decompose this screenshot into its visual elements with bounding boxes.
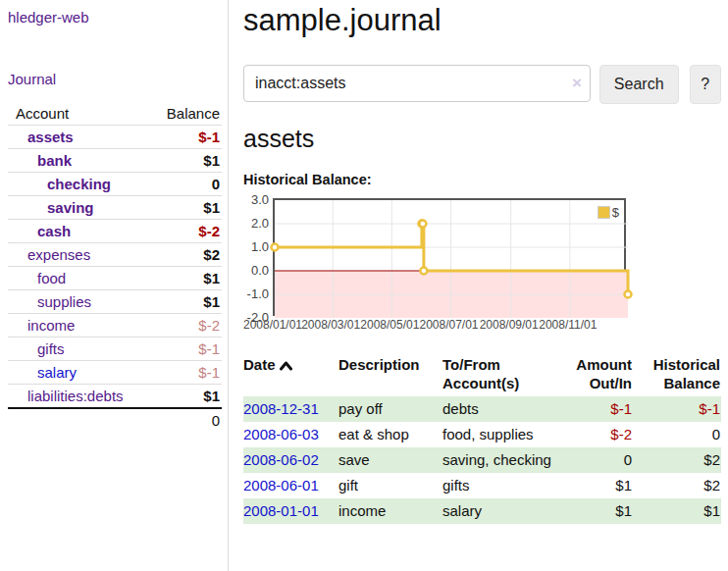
account-link[interactable]: income [27, 317, 75, 334]
sort-ascending-icon [280, 356, 292, 375]
account-row: assets$-1 [8, 126, 222, 149]
transaction-description: pay off [338, 396, 442, 422]
account-balance: 0 [147, 173, 222, 196]
account-link[interactable]: assets [27, 129, 74, 145]
account-row: bank$1 [8, 149, 222, 173]
account-balance: $1 [147, 385, 222, 409]
x-tick-label: 2008/09/01 [480, 318, 539, 332]
account-row: gifts$-1 [8, 337, 222, 361]
transaction-amount: 0 [557, 447, 633, 473]
accounts-header-balance: Balance [147, 102, 222, 126]
search-input[interactable] [243, 65, 591, 102]
transaction-amount: $-2 [557, 422, 633, 447]
register-header-row: Date Description To/From Account(s) Amou… [243, 353, 721, 396]
x-tick-label: 2008/11/01 [539, 318, 597, 332]
legend-label: $ [612, 205, 619, 220]
transaction-row[interactable]: 2008-12-31pay offdebts$-1$-1 [243, 396, 721, 422]
transaction-accounts: debts [442, 396, 557, 422]
page-title: sample.journal [243, 3, 721, 38]
y-tick-label: 1.0 [243, 240, 269, 254]
transaction-amount: $-1 [557, 396, 633, 422]
chart-legend: $ [596, 204, 621, 221]
account-row: cash$-2 [8, 220, 222, 243]
transaction-accounts: gifts [442, 473, 557, 498]
header-accounts: To/From Account(s) [442, 353, 557, 396]
header-description: Description [338, 353, 442, 396]
transaction-description: eat & shop [338, 422, 442, 447]
account-link[interactable]: salary [37, 364, 77, 381]
transaction-balance: $2 [633, 447, 721, 473]
x-tick-label: 2008/03/01 [301, 318, 360, 332]
transaction-description: income [338, 498, 442, 524]
account-link[interactable]: expenses [27, 246, 90, 263]
transaction-row[interactable]: 2008-06-01giftgifts$1$2 [243, 473, 721, 498]
transaction-description: save [338, 447, 442, 473]
account-link[interactable]: supplies [37, 293, 91, 310]
help-button[interactable]: ? [690, 65, 721, 104]
account-row: income$-2 [8, 314, 222, 337]
account-balance: $1 [147, 267, 222, 290]
account-row: expenses$2 [8, 243, 222, 267]
accounts-total-row: 0 [8, 408, 222, 432]
account-balance: $-2 [147, 314, 222, 337]
account-row: saving$1 [8, 196, 222, 220]
account-balance: $1 [147, 290, 222, 314]
header-date[interactable]: Date [243, 353, 338, 396]
account-link[interactable]: liabilities:debts [27, 388, 124, 404]
transaction-row[interactable]: 2008-06-03eat & shopfood, supplies$-20 [243, 422, 721, 447]
y-tick-label: 3.0 [243, 193, 269, 207]
y-tick-label: 2.0 [243, 217, 269, 231]
account-link[interactable]: bank [37, 152, 72, 169]
chart-canvas [275, 200, 628, 318]
sidebar: hledger-web Journal Account Balance asse… [0, 0, 229, 571]
accounts-total-balance: 0 [147, 408, 222, 432]
account-row: supplies$1 [8, 290, 222, 314]
chart-plot-area[interactable]: $ [273, 198, 626, 316]
account-row: checking0 [8, 173, 222, 196]
transaction-description: gift [338, 473, 442, 498]
transaction-accounts: saving, checking [442, 447, 557, 473]
account-link[interactable]: food [37, 270, 66, 286]
account-row: food$1 [8, 267, 222, 290]
transaction-accounts: salary [442, 498, 557, 524]
transaction-balance: $2 [633, 473, 721, 498]
transaction-balance: $1 [633, 498, 721, 524]
app-title-link[interactable]: hledger-web [8, 9, 220, 26]
transaction-amount: $1 [557, 498, 633, 524]
chart-title: Historical Balance: [243, 172, 721, 187]
account-link[interactable]: checking [47, 176, 111, 192]
transaction-row[interactable]: 2008-01-01incomesalary$1$1 [243, 498, 721, 524]
nav-journal-link[interactable]: Journal [8, 71, 220, 87]
transaction-date-link[interactable]: 2008-06-02 [243, 451, 319, 468]
account-row: salary$-1 [8, 361, 222, 385]
search-bar: × Search ? [243, 65, 721, 104]
transaction-balance: 0 [633, 422, 721, 447]
account-link[interactable]: gifts [37, 340, 65, 357]
transaction-amount: $1 [557, 473, 633, 498]
x-tick-label: 2008/01/01 [243, 318, 302, 332]
legend-swatch-icon [598, 206, 610, 219]
transaction-date-link[interactable]: 2008-01-01 [243, 502, 319, 519]
account-balance: $-1 [147, 337, 222, 361]
transaction-date-link[interactable]: 2008-06-01 [243, 477, 319, 493]
transaction-date-link[interactable]: 2008-06-03 [243, 426, 319, 442]
account-balance: $2 [147, 243, 222, 267]
clear-search-icon[interactable]: × [572, 74, 582, 93]
account-balance: $1 [147, 196, 222, 220]
account-balance: $-2 [147, 220, 222, 243]
account-link[interactable]: cash [37, 223, 71, 239]
search-box: × [243, 65, 591, 104]
transaction-row[interactable]: 2008-06-02savesaving, checking0$2 [243, 447, 721, 473]
chart-x-axis: 2008/01/012008/03/012008/05/012008/07/01… [273, 316, 636, 332]
account-link[interactable]: saving [47, 199, 94, 216]
account-balance: $1 [147, 149, 222, 173]
accounts-header-account: Account [8, 102, 147, 126]
historical-balance-chart[interactable]: 3.02.01.00.0-1.0-2.0 $ 2008/01/012008/03… [243, 198, 636, 332]
transaction-date-link[interactable]: 2008-12-31 [243, 400, 319, 417]
y-tick-label: 0.0 [243, 264, 269, 278]
accounts-table-body: assets$-1bank$1checking0saving$1cash$-2e… [8, 126, 222, 409]
search-button[interactable]: Search [599, 65, 679, 104]
main-content: sample.journal × Search ? assets Histori… [230, 0, 728, 571]
transaction-balance: $-1 [633, 396, 721, 422]
register-table-body: 2008-12-31pay offdebts$-1$-12008-06-03ea… [243, 396, 721, 524]
